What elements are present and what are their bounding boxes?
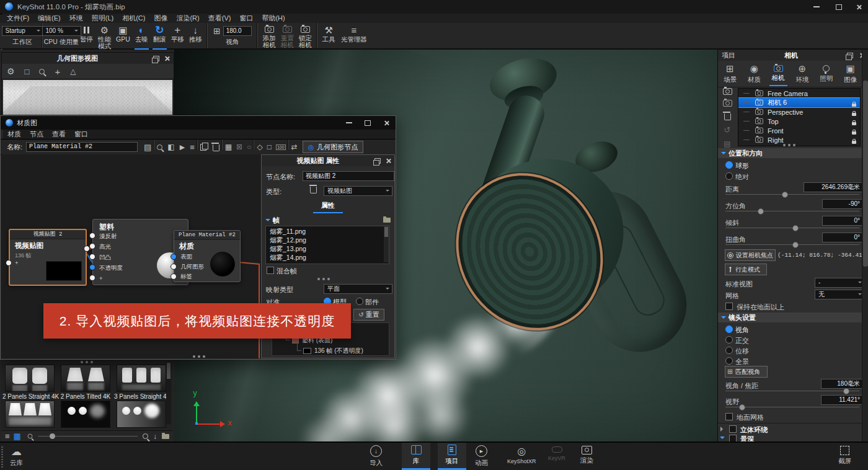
zoom-out-icon[interactable] bbox=[28, 434, 33, 439]
tab-scene[interactable]: ⊞ 场景 bbox=[724, 63, 737, 84]
root-material-node[interactable]: Plane Material #2 材质 表面 几何图形 标签 bbox=[174, 230, 241, 282]
library-scrollbar[interactable] bbox=[166, 362, 171, 424]
menu-image[interactable]: 图像 bbox=[149, 14, 172, 23]
absolute-radio[interactable] bbox=[725, 172, 733, 180]
ground-grid-checkbox[interactable] bbox=[725, 413, 733, 420]
delete-type-icon[interactable] bbox=[310, 187, 317, 193]
frame-file[interactable]: 烟雾_14.png bbox=[266, 253, 389, 262]
workspace-dropdown[interactable]: Startup bbox=[2, 26, 43, 36]
incline-input[interactable]: 0° bbox=[822, 216, 863, 226]
library-item[interactable]: 2 Panels Straight 4K bbox=[2, 365, 57, 400]
frame-file-list[interactable]: 烟雾_11.png 烟雾_12.png 烟雾_13.png 烟雾_14.png bbox=[265, 226, 389, 264]
grid-dropdown[interactable]: 无 bbox=[815, 290, 865, 299]
mg-play-icon[interactable]: ▶ bbox=[180, 143, 185, 151]
tab-material[interactable]: ◉ 材质 bbox=[748, 63, 761, 84]
pause-button[interactable]: 暂停 bbox=[78, 24, 95, 48]
gpu-button[interactable]: ▣ GPU bbox=[113, 24, 133, 48]
mg-circle-node-icon[interactable]: ○ bbox=[247, 143, 251, 151]
twist-input[interactable]: 0° bbox=[822, 233, 863, 242]
library-item[interactable]: 3 Point Dark 4K bbox=[58, 401, 113, 429]
plastic-specular-port[interactable] bbox=[89, 243, 95, 249]
dolly-button[interactable]: ↓ 推移 bbox=[187, 24, 205, 48]
distance-input[interactable]: 2646.269毫米 bbox=[804, 182, 863, 192]
mg-duplicate-icon[interactable] bbox=[200, 144, 206, 151]
cloud-library-button[interactable]: ☁ 云库 bbox=[10, 445, 23, 468]
library-item[interactable]: 2 Panels Tilted 4K bbox=[58, 365, 113, 400]
import-button[interactable]: ↓ 导入 bbox=[370, 445, 383, 468]
plastic-add-port[interactable] bbox=[89, 275, 95, 281]
geometry-zoom-icon[interactable] bbox=[39, 69, 45, 74]
camera-row-right[interactable]: Right bbox=[738, 135, 860, 144]
match-fov-button[interactable]: ⊞ 匹配视角 bbox=[725, 366, 768, 378]
menu-camera[interactable]: 相机(C) bbox=[118, 14, 149, 23]
mg-menu-node[interactable]: 节点 bbox=[25, 130, 48, 139]
maximize-button[interactable] bbox=[828, 0, 849, 14]
library-item[interactable]: 3 Panels Tilted 4K bbox=[2, 401, 57, 429]
tab-environment[interactable]: ⊕ 环境 bbox=[795, 63, 808, 84]
mg-add-node-icon[interactable]: ▦ bbox=[225, 143, 232, 151]
focal-length-slider[interactable] bbox=[725, 391, 859, 391]
camera-list-resize-dots[interactable] bbox=[783, 144, 786, 146]
walk-mode-button[interactable]: 行走模式 bbox=[725, 264, 767, 275]
mapping-type-dropdown[interactable]: 平面 bbox=[324, 284, 392, 294]
focal-length-input[interactable]: 180毫米 bbox=[821, 379, 863, 389]
minimize-button[interactable] bbox=[806, 0, 827, 14]
geometry-view-canvas[interactable] bbox=[3, 80, 172, 115]
zoom-in-icon[interactable] bbox=[143, 433, 148, 439]
cpu-usage-dropdown[interactable]: 100 % bbox=[42, 26, 81, 36]
mg-save-icon[interactable]: ▤ bbox=[144, 143, 151, 152]
stereo-checkbox[interactable] bbox=[729, 425, 737, 433]
menu-view[interactable]: 查看(V) bbox=[204, 14, 236, 23]
frame-list-scrollbar-thumb[interactable] bbox=[384, 227, 388, 237]
mg-remove-node-icon[interactable]: ⊠ bbox=[236, 143, 242, 151]
geometry-pivot-icon[interactable]: △ bbox=[70, 67, 76, 76]
project-scrollbar-thumb[interactable] bbox=[863, 81, 868, 267]
tools-button[interactable]: ⚒ 工具 bbox=[320, 24, 338, 48]
lens-ortho-radio[interactable] bbox=[725, 336, 733, 344]
light-manager-button[interactable]: ≡ 光管理器 bbox=[338, 24, 370, 48]
library-tab-button[interactable]: 库 bbox=[402, 443, 430, 470]
plastic-bump-port[interactable] bbox=[89, 254, 95, 260]
material-label-port[interactable] bbox=[170, 273, 177, 280]
geometry-settings-icon[interactable]: ⚙ bbox=[7, 66, 15, 76]
camera-row-camera6[interactable]: 相机 6 bbox=[738, 98, 860, 107]
float-panel-icon[interactable] bbox=[153, 56, 159, 61]
library-resize-handle[interactable] bbox=[81, 361, 83, 363]
lens-perspective-radio[interactable] bbox=[725, 326, 733, 333]
tab-image[interactable]: ▣ 图像 bbox=[844, 63, 857, 84]
tumble-button[interactable]: ↻ 翻滚 bbox=[151, 24, 169, 48]
add-camera-button[interactable]: 添加 相机 bbox=[260, 24, 278, 48]
lens-section-header[interactable]: 镜头设置 bbox=[718, 313, 862, 322]
menu-edit[interactable]: 编辑(E) bbox=[33, 14, 65, 23]
frames-section-row[interactable]: 帧 bbox=[265, 216, 391, 224]
close-panel-icon[interactable] bbox=[164, 56, 170, 61]
frame-file[interactable]: 烟雾_11.png bbox=[266, 226, 389, 236]
frame-file[interactable]: 烟雾_12.png bbox=[266, 236, 389, 244]
dof-chevron-icon[interactable] bbox=[720, 437, 725, 441]
folders-icon[interactable] bbox=[162, 434, 169, 439]
list-view-icon[interactable]: ≡ bbox=[5, 432, 10, 441]
project-float-icon[interactable] bbox=[847, 53, 853, 58]
camera-row-perspective[interactable]: Perspective bbox=[738, 107, 860, 117]
menu-help[interactable]: 帮助(H) bbox=[257, 14, 289, 23]
thumbnail-size-knob[interactable] bbox=[50, 433, 55, 439]
material-surface-port[interactable] bbox=[170, 254, 177, 260]
align-part-radio[interactable] bbox=[356, 298, 363, 305]
project-scrollbar[interactable] bbox=[862, 50, 868, 441]
lens-pano-radio[interactable] bbox=[725, 357, 733, 365]
material-geometry-port[interactable] bbox=[170, 264, 177, 270]
library-scrollbar-thumb[interactable] bbox=[167, 363, 170, 379]
camera-row-free[interactable]: Free Camera bbox=[738, 89, 860, 98]
menu-window[interactable]: 窗口 bbox=[235, 14, 257, 23]
keep-above-ground-checkbox[interactable] bbox=[725, 303, 733, 310]
incline-slider[interactable] bbox=[725, 228, 859, 228]
frame-file[interactable]: 烟雾_13.png bbox=[266, 244, 389, 253]
mg-menu-material[interactable]: 材质 bbox=[3, 130, 25, 139]
camera-row-top[interactable]: Top bbox=[738, 117, 860, 126]
menu-file[interactable]: 文件(F) bbox=[2, 14, 33, 23]
mg-preview-icon[interactable]: ◧ bbox=[167, 143, 174, 151]
lens-shift-radio[interactable] bbox=[725, 347, 733, 354]
denoise-button[interactable]: ◐ 去噪 bbox=[133, 24, 151, 48]
performance-mode-button[interactable]: ⚙ 性能 模式 bbox=[95, 24, 113, 48]
menu-render[interactable]: 渲染(R) bbox=[172, 14, 203, 23]
